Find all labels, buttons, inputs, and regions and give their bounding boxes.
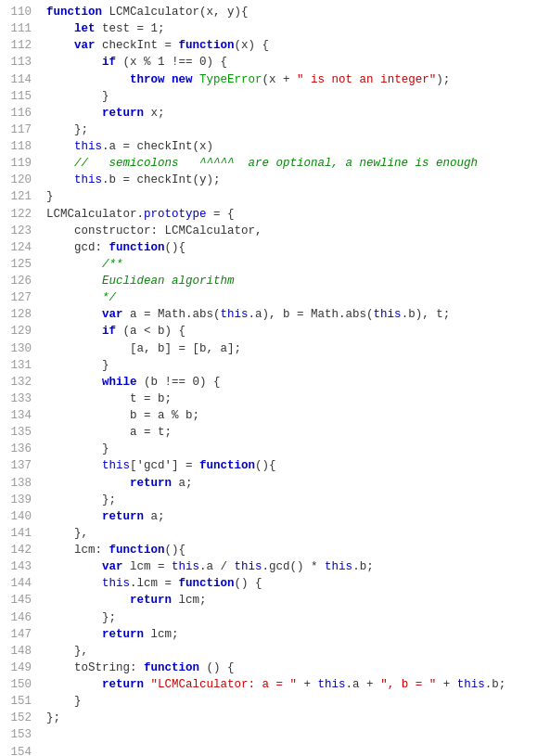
line-number: 111 — [7, 20, 32, 37]
code-line: Euclidean algorithm — [46, 273, 543, 289]
line-number: 131 — [7, 357, 32, 374]
code-token: lcm; — [144, 628, 179, 641]
code-token: /** — [102, 258, 123, 271]
line-number: 112 — [7, 37, 32, 54]
line-number: 114 — [7, 71, 32, 88]
code-token: ); — [436, 73, 450, 86]
code-token: .b), t; — [402, 308, 451, 321]
code-token: function — [179, 39, 235, 52]
line-number: 124 — [7, 239, 32, 256]
code-token: }, — [46, 527, 88, 540]
code-token — [46, 459, 102, 472]
code-line: toString: function () { — [46, 660, 543, 676]
line-number: 113 — [7, 54, 32, 70]
code-token: .a / — [199, 560, 235, 573]
code-line: return a; — [46, 508, 543, 525]
code-line: /** — [46, 256, 543, 273]
line-number: 134 — [7, 407, 32, 424]
code-line: if (x % 1 !== 0) { — [46, 54, 543, 70]
code-token: (b !== 0) { — [137, 376, 221, 389]
code-line: } — [46, 357, 543, 374]
line-number: 136 — [7, 441, 32, 457]
code-token: b = a % b; — [46, 409, 199, 422]
code-token: let — [74, 22, 96, 35]
code-line: this.b = checkInt(y); — [46, 172, 543, 188]
line-number: 147 — [7, 626, 32, 643]
code-line: while (b !== 0) { — [46, 374, 543, 391]
code-line: }, — [46, 643, 543, 660]
line-number: 130 — [7, 340, 32, 357]
code-line: return lcm; — [46, 592, 543, 609]
code-token: a = t; — [46, 426, 172, 439]
code-line: return lcm; — [46, 626, 543, 643]
code-token: t = b; — [46, 392, 172, 405]
code-token: function — [46, 6, 102, 19]
line-number: 115 — [7, 88, 32, 105]
code-token — [46, 140, 74, 153]
code-token — [46, 477, 130, 490]
code-line: [a, b] = [b, a]; — [46, 340, 543, 357]
code-line: */ — [46, 289, 543, 306]
code-token: TypeError — [199, 73, 262, 86]
code-token — [46, 22, 74, 35]
code-token: if — [102, 56, 116, 69]
code-token: [a, b] = [b, a]; — [46, 342, 241, 355]
code-token: (x + — [262, 73, 298, 86]
code-token: .gcd() * — [262, 560, 326, 573]
code-token: }, — [46, 645, 88, 658]
code-token: a; — [172, 477, 193, 490]
code-token: }; — [46, 711, 60, 724]
code-token: return — [102, 628, 144, 641]
line-number: 110 — [7, 4, 32, 20]
code-token: } — [46, 90, 109, 103]
code-token: test = 1; — [96, 22, 165, 35]
code-token: } — [46, 190, 54, 203]
line-number: 148 — [7, 643, 32, 660]
code-token: this — [74, 173, 102, 186]
code-token: lcm = — [123, 560, 173, 573]
code-token: var — [102, 308, 123, 321]
code-content: function LCMCalculator(x, y){ let test =… — [39, 0, 550, 756]
code-token — [165, 73, 173, 86]
line-number: 135 — [7, 424, 32, 441]
code-token: (x % 1 !== 0) { — [116, 56, 227, 69]
code-token — [46, 577, 102, 590]
line-number: 123 — [7, 223, 32, 239]
code-token — [46, 157, 74, 170]
line-number: 127 — [7, 289, 32, 306]
line-number: 141 — [7, 525, 32, 542]
code-token: lcm; — [172, 594, 207, 607]
code-token: while — [102, 376, 137, 389]
line-number: 153 — [7, 726, 32, 743]
code-token: + — [436, 678, 457, 691]
code-token — [46, 56, 102, 69]
code-line: var checkInt = function(x) { — [46, 37, 543, 54]
code-token: return — [130, 594, 172, 607]
code-token: return — [102, 107, 144, 120]
code-line: } — [46, 188, 543, 205]
code-line: }, — [46, 525, 543, 542]
code-line: }; — [46, 122, 543, 138]
code-token: }; — [46, 123, 88, 136]
line-number: 138 — [7, 475, 32, 492]
code-token: (){ — [165, 544, 186, 557]
code-token: var — [102, 560, 123, 573]
line-numbers: 1101111121131141151161171181191201211221… — [0, 0, 39, 756]
code-token — [46, 173, 74, 186]
code-token: function — [179, 577, 235, 590]
code-token: .b; — [352, 560, 374, 573]
code-token: gcd: — [46, 241, 109, 254]
code-token: .b; — [485, 678, 506, 691]
code-token: () { — [235, 577, 262, 590]
line-number: 121 — [7, 188, 32, 205]
line-number: 116 — [7, 105, 32, 122]
code-token: x; — [144, 107, 165, 120]
line-number: 126 — [7, 273, 32, 289]
code-line: lcm: function(){ — [46, 542, 543, 558]
line-number: 143 — [7, 558, 32, 575]
code-token — [144, 678, 151, 691]
code-token: this — [102, 577, 130, 590]
line-number: 118 — [7, 138, 32, 155]
code-token: function — [199, 459, 255, 472]
code-line: this.lcm = function() { — [46, 575, 543, 592]
